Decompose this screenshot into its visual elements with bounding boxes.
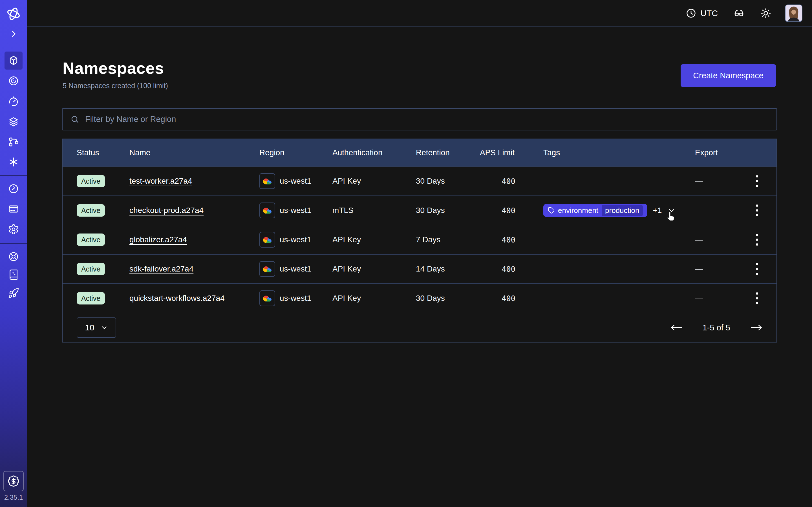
tag-icon — [548, 207, 555, 214]
clock-icon — [686, 8, 696, 18]
export-value: — — [695, 265, 737, 274]
status-badge: Active — [77, 292, 105, 304]
retention-value: 30 Days — [416, 177, 480, 186]
sidebar-item-get-started[interactable] — [4, 284, 22, 302]
sidebar-item-spiral[interactable] — [4, 72, 22, 90]
status-badge: Active — [77, 175, 105, 187]
timer-icon — [8, 96, 19, 107]
google-cloud-icon — [262, 293, 272, 303]
namespace-link[interactable]: test-worker.a27a4 — [130, 177, 192, 185]
row-actions-button[interactable] — [752, 202, 762, 219]
gear-icon — [8, 224, 19, 235]
sidebar-divider — [0, 243, 27, 244]
row-actions-button[interactable] — [752, 231, 762, 248]
region-label: us-west1 — [280, 206, 311, 215]
col-name: Name — [130, 148, 259, 157]
table-header-row: Status Name Region Authentication Retent… — [63, 139, 776, 166]
col-status: Status — [77, 148, 130, 157]
auth-method: API Key — [333, 294, 416, 303]
sidebar-collapse-button[interactable] — [4, 25, 22, 43]
col-region: Region — [259, 148, 333, 157]
sidebar-item-billing[interactable] — [4, 200, 22, 218]
app-version: 2.35.1 — [0, 494, 27, 501]
labs-toggle-button[interactable] — [733, 7, 745, 19]
next-page-button[interactable] — [748, 322, 765, 333]
region-label: us-west1 — [280, 235, 311, 244]
temporal-logo-icon — [6, 6, 21, 21]
rocket-icon — [8, 288, 19, 299]
auth-method: API Key — [333, 265, 416, 274]
tag-badge[interactable]: environment production — [543, 204, 647, 217]
tag-key: environment — [558, 206, 598, 215]
search-icon — [70, 115, 80, 124]
topbar: UTC — [27, 0, 812, 27]
namespaces-table: Status Name Region Authentication Retent… — [62, 138, 777, 342]
sidebar-item-asterisk[interactable] — [4, 153, 22, 171]
table-row: Active sdk-failover.a27a4 us-west1 API K… — [63, 254, 776, 283]
sidebar-item-support[interactable] — [4, 247, 22, 266]
arrow-left-icon — [670, 324, 682, 331]
col-authentication: Authentication — [333, 148, 416, 157]
region-label: us-west1 — [280, 177, 311, 186]
theme-toggle-button[interactable] — [760, 8, 771, 19]
tag-value: production — [602, 205, 643, 216]
chevron-right-icon — [8, 29, 18, 39]
cloud-provider-iconbox — [259, 261, 275, 277]
col-tags: Tags — [515, 148, 695, 157]
book-sparkles-icon — [8, 269, 19, 280]
pagination-range-label: 1-5 of 5 — [703, 323, 730, 332]
timezone-selector[interactable]: UTC — [686, 8, 718, 18]
sidebar-item-branch[interactable] — [4, 133, 22, 151]
col-retention: Retention — [416, 148, 480, 157]
cloud-provider-iconbox — [259, 232, 275, 247]
tags-expand-chevron-icon[interactable] — [667, 206, 676, 215]
user-avatar[interactable] — [785, 4, 802, 22]
table-footer: 10 1-5 of 5 — [63, 313, 776, 342]
sidebar-item-docs[interactable] — [4, 266, 22, 284]
sidebar-item-timer[interactable] — [4, 93, 22, 110]
namespace-link[interactable]: checkout-prod.a27a4 — [130, 206, 204, 215]
region-label: us-west1 — [280, 265, 311, 274]
col-export: Export — [695, 148, 737, 157]
aps-limit-value: 400 — [480, 265, 515, 274]
prev-page-button[interactable] — [668, 322, 684, 333]
layers-icon — [8, 116, 19, 127]
cloud-provider-iconbox — [259, 290, 275, 306]
sidebar-item-layers[interactable] — [4, 113, 22, 131]
aps-limit-value: 400 — [480, 294, 515, 303]
aps-limit-value: 400 — [480, 177, 515, 186]
sidebar-item-namespaces[interactable] — [4, 52, 22, 69]
billing-badge-button[interactable] — [3, 471, 24, 491]
arrow-right-icon — [751, 324, 762, 331]
status-badge: Active — [77, 263, 105, 275]
cloud-provider-iconbox — [259, 203, 275, 218]
namespace-link[interactable]: globalizer.a27a4 — [130, 235, 187, 244]
asterisk-icon — [8, 156, 19, 168]
google-cloud-icon — [262, 206, 272, 215]
temporal-logo[interactable] — [4, 5, 22, 23]
row-actions-button[interactable] — [752, 260, 762, 278]
tag-more-count[interactable]: +1 — [653, 206, 662, 215]
page-size-select[interactable]: 10 — [77, 318, 116, 338]
cloud-provider-iconbox — [259, 173, 275, 189]
aps-limit-value: 400 — [480, 206, 515, 215]
aps-limit-value: 400 — [480, 235, 515, 244]
auth-method: API Key — [333, 177, 416, 186]
page-title: Namespaces — [63, 59, 164, 77]
row-actions-button[interactable] — [752, 290, 762, 307]
sidebar-item-settings[interactable] — [4, 220, 22, 238]
namespace-link[interactable]: quickstart-workflows.a27a4 — [130, 294, 225, 302]
row-actions-button[interactable] — [752, 172, 762, 190]
filter-input[interactable] — [85, 115, 769, 124]
table-row: Active test-worker.a27a4 us-west1 API Ke… — [63, 166, 776, 195]
namespace-link[interactable]: sdk-failover.a27a4 — [130, 265, 193, 273]
chevron-down-icon — [101, 324, 108, 331]
create-namespace-button[interactable]: Create Namespace — [680, 64, 776, 87]
sidebar-item-gauge[interactable] — [4, 180, 22, 198]
main-area: Namespaces 5 Namespaces created (100 lim… — [27, 27, 812, 507]
lifebuoy-icon — [8, 251, 19, 262]
credit-card-icon — [8, 203, 19, 215]
page-subtitle: 5 Namespaces created (100 limit) — [63, 82, 168, 90]
export-value: — — [695, 235, 737, 244]
auth-method: API Key — [333, 235, 416, 244]
